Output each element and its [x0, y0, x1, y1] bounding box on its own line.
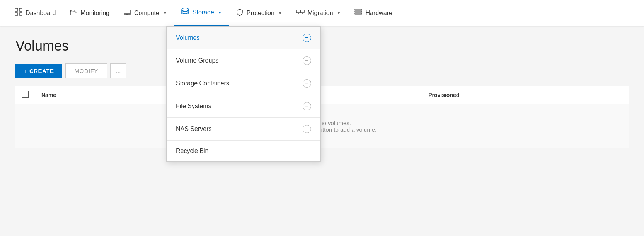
nav-label-protection: Protection: [247, 10, 274, 17]
svg-point-16: [361, 9, 362, 10]
compute-chevron-icon: ▼: [163, 11, 167, 15]
nav-label-monitoring: Monitoring: [80, 10, 109, 17]
migration-chevron-icon: ▼: [337, 11, 341, 15]
svg-point-8: [182, 8, 189, 11]
nav-item-protection[interactable]: Protection ▼: [229, 0, 289, 26]
empty-state-line2: Click the CREATE button to add a volume.: [31, 126, 613, 133]
empty-state-suffix: button to add a volume.: [314, 126, 377, 133]
nav-label-compute: Compute: [134, 10, 159, 17]
nav-label-dashboard: Dashboard: [26, 10, 56, 17]
nav-item-hardware[interactable]: Hardware: [348, 0, 399, 26]
toolbar: + CREATE MODIFY ...: [15, 63, 629, 78]
nav-label-storage: Storage: [193, 9, 214, 16]
nav-item-dashboard[interactable]: Dashboard: [8, 0, 63, 26]
protection-icon: [236, 8, 244, 18]
dropdown-label-volume-groups: Volume Groups: [176, 57, 218, 64]
monitoring-icon: [70, 8, 77, 18]
compute-icon: [123, 8, 131, 18]
hardware-icon: [354, 8, 362, 18]
svg-rect-0: [15, 8, 18, 11]
empty-state-row: There are no volumes. Click the CREATE b…: [15, 104, 629, 148]
nav-item-storage[interactable]: Storage ▼: [174, 0, 229, 26]
svg-rect-5: [124, 10, 130, 15]
dropdown-label-recycle-bin: Recycle Bin: [176, 148, 208, 155]
navbar: Dashboard Monitoring Compute ▼: [0, 0, 644, 26]
more-actions-button[interactable]: ...: [110, 63, 127, 78]
storage-containers-plus-icon[interactable]: +: [303, 79, 311, 88]
dashboard-icon: [15, 8, 22, 18]
storage-chevron-icon: ▼: [218, 10, 222, 15]
volumes-plus-icon[interactable]: +: [303, 34, 311, 42]
svg-rect-3: [19, 13, 22, 15]
empty-state-line1: There are no volumes.: [31, 120, 613, 126]
create-button[interactable]: + CREATE: [15, 64, 62, 78]
dropdown-item-file-systems[interactable]: File Systems +: [167, 95, 320, 118]
svg-rect-12: [300, 10, 304, 13]
main-content: Volumes + CREATE MODIFY ... Name Alerts …: [0, 26, 644, 236]
nav-item-compute[interactable]: Compute ▼: [116, 0, 174, 26]
nav-label-hardware: Hardware: [365, 10, 392, 17]
dropdown-item-storage-containers[interactable]: Storage Containers +: [167, 72, 320, 95]
dropdown-item-volumes[interactable]: Volumes +: [167, 27, 320, 49]
table-header-row: Name Alerts Used Provisioned: [15, 86, 629, 104]
protection-chevron-icon: ▼: [278, 11, 282, 15]
svg-rect-1: [19, 8, 22, 11]
volumes-table: Name Alerts Used Provisioned There are n…: [15, 86, 629, 148]
file-systems-plus-icon[interactable]: +: [303, 102, 311, 110]
nav-item-migration[interactable]: Migration ▼: [289, 0, 348, 26]
dropdown-item-nas-servers[interactable]: NAS Servers +: [167, 118, 320, 141]
dropdown-label-storage-containers: Storage Containers: [176, 80, 229, 87]
dropdown-item-volume-groups[interactable]: Volume Groups +: [167, 49, 320, 72]
storage-dropdown: Volumes + Volume Groups + Storage Contai…: [166, 26, 321, 162]
page-title: Volumes: [15, 38, 629, 54]
modify-button[interactable]: MODIFY: [65, 63, 107, 78]
nas-servers-plus-icon[interactable]: +: [303, 125, 311, 133]
nav-label-migration: Migration: [308, 10, 333, 17]
svg-point-17: [361, 11, 362, 12]
dropdown-label-file-systems: File Systems: [176, 103, 211, 110]
dropdown-label-volumes: Volumes: [176, 34, 199, 41]
volume-groups-plus-icon[interactable]: +: [303, 56, 311, 65]
nav-item-monitoring[interactable]: Monitoring: [63, 0, 116, 26]
svg-rect-2: [15, 13, 18, 15]
select-all-checkbox[interactable]: [22, 91, 29, 98]
storage-icon: [181, 8, 189, 17]
svg-point-18: [361, 13, 362, 14]
col-header-provisioned[interactable]: Provisioned: [422, 86, 629, 104]
dropdown-label-nas-servers: NAS Servers: [176, 126, 211, 132]
col-header-name[interactable]: Name: [35, 86, 165, 104]
dropdown-item-recycle-bin[interactable]: Recycle Bin: [167, 141, 320, 161]
migration-icon: [296, 8, 305, 18]
empty-state: There are no volumes. Click the CREATE b…: [15, 104, 629, 148]
col-header-checkbox[interactable]: [15, 86, 35, 104]
